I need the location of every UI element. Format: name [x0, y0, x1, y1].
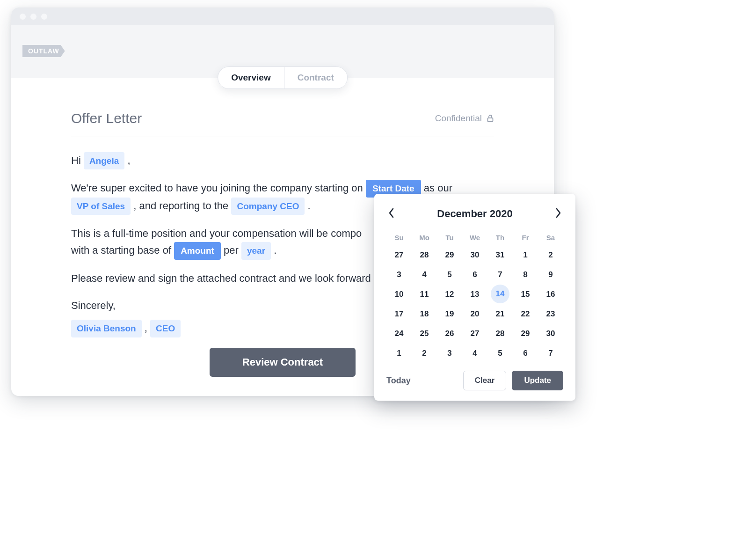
calendar-day[interactable]: 20 — [462, 304, 487, 324]
confidential-badge: Confidential — [435, 113, 494, 124]
name-pill[interactable]: Angela — [84, 152, 124, 169]
calendar-day[interactable]: 1 — [513, 245, 538, 265]
p1-text-a: We're super excited to have you joining … — [71, 182, 366, 194]
calendar-day[interactable]: 7 — [487, 265, 513, 285]
sender-separator: , — [145, 322, 150, 334]
p1-text-d: . — [308, 200, 311, 212]
calendar-day[interactable]: 13 — [462, 285, 487, 304]
day-of-week-label: Tu — [437, 230, 462, 245]
calendar-day[interactable]: 5 — [487, 344, 513, 363]
chevron-right-icon — [555, 208, 561, 218]
top-zone: OUTLAW Overview Contract — [11, 25, 554, 78]
greeting-prefix: Hi — [71, 154, 84, 166]
calendar-day[interactable]: 6 — [462, 265, 487, 285]
day-of-week-label: Fr — [513, 230, 538, 245]
day-of-week-label: Sa — [538, 230, 563, 245]
calendar-day[interactable]: 12 — [437, 285, 462, 304]
browser-chrome — [11, 7, 554, 25]
next-month-button[interactable] — [553, 206, 563, 221]
calendar-day[interactable]: 29 — [437, 245, 462, 265]
calendar-day[interactable]: 28 — [487, 324, 513, 344]
p2-text-d: . — [274, 244, 276, 256]
calendar-day[interactable]: 1 — [386, 344, 412, 363]
greeting-suffix: , — [127, 154, 130, 166]
calendar-day[interactable]: 21 — [487, 304, 513, 324]
month-year-label: December 2020 — [437, 208, 512, 220]
calendar-day[interactable]: 11 — [412, 285, 437, 304]
calendar-day[interactable]: 18 — [412, 304, 437, 324]
page-header: Offer Letter Confidential — [71, 110, 494, 137]
window-dot — [41, 14, 47, 20]
calendar-day[interactable]: 7 — [538, 344, 563, 363]
calendar-day[interactable]: 14 — [491, 285, 509, 303]
calendar-day[interactable]: 4 — [412, 265, 437, 285]
calendar-day[interactable]: 9 — [538, 265, 563, 285]
calendar-day[interactable]: 6 — [513, 344, 538, 363]
date-picker: December 2020 SuMoTuWeThFrSa272829303112… — [374, 194, 575, 401]
p2-text-c: per — [224, 244, 241, 256]
calendar-day[interactable]: 30 — [538, 324, 563, 344]
day-of-week-label: Th — [487, 230, 513, 245]
calendar-day[interactable]: 26 — [437, 324, 462, 344]
svg-rect-0 — [488, 118, 493, 122]
calendar-day[interactable]: 30 — [462, 245, 487, 265]
today-link[interactable]: Today — [386, 376, 411, 386]
calendar-day[interactable]: 27 — [386, 245, 412, 265]
calendar-day[interactable]: 24 — [386, 324, 412, 344]
period-pill[interactable]: year — [241, 242, 271, 259]
calendar-day[interactable]: 15 — [513, 285, 538, 304]
prev-month-button[interactable] — [386, 206, 397, 221]
p1-text-b: as our — [424, 182, 452, 194]
calendar-day[interactable]: 16 — [538, 285, 563, 304]
calendar-day[interactable]: 29 — [513, 324, 538, 344]
brand-logo: OUTLAW — [22, 45, 65, 57]
calendar-day[interactable]: 23 — [538, 304, 563, 324]
calendar-day[interactable]: 2 — [538, 245, 563, 265]
date-picker-header: December 2020 — [386, 206, 563, 221]
role-pill[interactable]: VP of Sales — [71, 198, 131, 215]
calendar-grid: SuMoTuWeThFrSa27282930311234567891011121… — [386, 230, 563, 363]
calendar-day[interactable]: 3 — [437, 344, 462, 363]
lock-icon — [487, 114, 494, 123]
calendar-day[interactable]: 31 — [487, 245, 513, 265]
calendar-day[interactable]: 5 — [437, 265, 462, 285]
footer-buttons: Clear Update — [463, 371, 563, 390]
amount-pill[interactable]: Amount — [174, 242, 221, 259]
review-contract-button[interactable]: Review Contract — [210, 348, 356, 377]
page-title: Offer Letter — [71, 110, 142, 126]
update-button[interactable]: Update — [512, 371, 563, 390]
tab-switcher: Overview Contract — [218, 66, 348, 89]
calendar-day[interactable]: 4 — [462, 344, 487, 363]
confidential-label: Confidential — [435, 113, 482, 124]
window-dot — [30, 14, 36, 20]
sender-name-pill[interactable]: Olivia Benson — [71, 320, 142, 337]
calendar-day[interactable]: 25 — [412, 324, 437, 344]
p2-text-a: This is a full-time position and your co… — [71, 227, 362, 239]
tab-contract[interactable]: Contract — [284, 67, 347, 88]
calendar-day[interactable]: 19 — [437, 304, 462, 324]
calendar-day[interactable]: 3 — [386, 265, 412, 285]
tab-overview[interactable]: Overview — [218, 67, 284, 88]
window-dot — [20, 14, 26, 20]
day-of-week-label: Su — [386, 230, 412, 245]
reports-to-pill[interactable]: Company CEO — [231, 198, 305, 215]
p2-text-b: with a starting base of — [71, 244, 174, 256]
calendar-day[interactable]: 28 — [412, 245, 437, 265]
chevron-left-icon — [388, 208, 395, 218]
calendar-day[interactable]: 17 — [386, 304, 412, 324]
clear-button[interactable]: Clear — [463, 371, 507, 390]
p1-text-c: , and reporting to the — [133, 200, 231, 212]
day-of-week-label: We — [462, 230, 487, 245]
calendar-day[interactable]: 8 — [513, 265, 538, 285]
calendar-day[interactable]: 27 — [462, 324, 487, 344]
date-picker-footer: Today Clear Update — [386, 371, 563, 390]
calendar-day[interactable]: 2 — [412, 344, 437, 363]
sender-title-pill[interactable]: CEO — [150, 320, 181, 337]
day-of-week-label: Mo — [412, 230, 437, 245]
calendar-day[interactable]: 22 — [513, 304, 538, 324]
calendar-day[interactable]: 10 — [386, 285, 412, 304]
